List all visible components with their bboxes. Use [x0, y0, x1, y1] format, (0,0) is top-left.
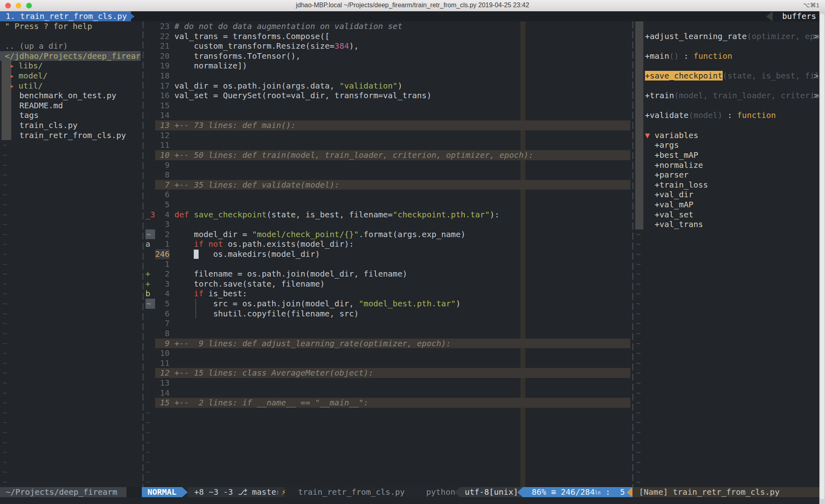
tagbar-blank-row	[635, 21, 819, 31]
folded-region-line[interactable]: 7+-- 35 lines: def validate(model):	[145, 180, 630, 190]
window-separator-right	[632, 21, 633, 487]
code-line[interactable]: 11	[145, 358, 630, 368]
tagbar-variable-item[interactable]: +val_set	[635, 210, 819, 220]
tagbar-variable-item[interactable]: +normalize	[635, 160, 819, 170]
empty-line-tilde: ~	[635, 428, 819, 438]
tagbar-variable-item[interactable]: +val_trans	[635, 219, 819, 229]
code-text	[170, 378, 174, 388]
scroll-percent: 86%	[532, 487, 546, 497]
code-line[interactable]: 8	[145, 328, 630, 339]
code-line[interactable]: 15	[145, 101, 630, 111]
relative-line-number: 2	[155, 229, 170, 240]
git-branch-icon: ⎇	[238, 487, 247, 497]
tagbar-variable-item[interactable]: +best_mAP	[635, 150, 819, 160]
code-line[interactable]: 14	[145, 388, 630, 398]
tagbar-tag-item[interactable]: +train(model, train_loader, criterio>	[635, 91, 819, 101]
code-line-content: 8	[145, 328, 174, 338]
code-line[interactable]: 3	[145, 219, 630, 229]
fold-open-triangle-icon: ▼	[645, 130, 655, 140]
code-line-content: 11	[145, 358, 174, 368]
code-line[interactable]: 10	[145, 348, 630, 358]
syntax-segment: (state, is_best, filename=	[267, 210, 393, 219]
tagbar-blank-row	[635, 101, 819, 111]
code-line[interactable]: 7	[145, 318, 630, 328]
nerdtree-dir-item[interactable]: ▸util/	[0, 81, 141, 91]
terminal-scrollbar[interactable]	[819, 11, 825, 504]
folded-region-line[interactable]: 10+-- 50 lines: def train(model, train_l…	[145, 150, 630, 160]
code-line[interactable]: 22val_trans = transforms.Compose([	[145, 31, 630, 41]
nerdtree-root-path[interactable]: </jdhao/Projects/deep_firear›	[0, 51, 141, 61]
nerdtree-file-item[interactable]: train_cls.py	[0, 120, 141, 130]
tagbar-variable-item[interactable]: +args	[635, 140, 819, 150]
gutter-sign-empty	[145, 259, 155, 269]
code-line[interactable]: 5	[145, 200, 630, 210]
nerdtree-file-item[interactable]: tags	[0, 110, 141, 120]
tagbar-tag-item[interactable]: +save_checkpoint(state, is_best, fil>	[635, 71, 819, 81]
syntax-segment: # do not do data augmentation on validat…	[174, 21, 402, 31]
code-line[interactable]: 6	[145, 190, 630, 200]
code-text	[170, 219, 174, 229]
code-line[interactable]: 8	[145, 170, 630, 180]
folded-region-line[interactable]: 15+-- 2 lines: if __name__ == "__main__"…	[145, 398, 630, 408]
statusline-filename: train_retr_from_cls.py	[298, 487, 405, 497]
code-line[interactable]: a 1 if not os.path.exists(model_dir):	[145, 239, 630, 249]
folded-region-line[interactable]: 12+-- 15 lines: class AverageMeter(objec…	[145, 368, 630, 378]
tagbar-tag-item[interactable]: +main() : function	[635, 51, 819, 61]
code-line[interactable]: 21 custom_transform.Resize(size=384),	[145, 41, 630, 51]
code-line[interactable]: 246 os.makedirs(model_dir)	[145, 249, 630, 259]
empty-line-tilde: ~	[0, 358, 141, 368]
code-line[interactable]: ~ 5 src = os.path.join(model_dir, "model…	[145, 299, 630, 309]
code-line[interactable]: 13	[145, 378, 630, 388]
code-line-content: 13	[145, 378, 174, 388]
code-text: +-- 73 lines: def main():	[170, 120, 296, 130]
code-line[interactable]: 19 normalize])	[145, 61, 630, 71]
nerdtree-file-item[interactable]: benchmark_on_test.py	[0, 91, 141, 101]
nerdtree-dir-item[interactable]: ▸libs/	[0, 61, 141, 71]
code-line[interactable]: 16val_set = QuerySet(root=val_dir, trans…	[145, 91, 630, 101]
code-editor-window[interactable]: 23# do not do data augmentation on valid…	[145, 21, 630, 487]
folded-region-line[interactable]: 9+-- 9 lines: def adjust_learning_rate(o…	[145, 339, 630, 349]
nerdtree-up-a-dir[interactable]: .. (up a dir)	[0, 41, 141, 51]
folded-region-line[interactable]: 13+-- 73 lines: def main():	[145, 120, 630, 130]
code-line[interactable]: 14	[145, 110, 630, 120]
empty-line-tilde: ~	[0, 368, 141, 378]
tab-arrow-separator	[128, 11, 135, 21]
code-line[interactable]: 9	[145, 160, 630, 170]
code-line[interactable]: _3 4def save_checkpoint(state, is_best, …	[145, 210, 630, 220]
empty-line-tilde: ~	[0, 309, 141, 319]
code-line[interactable]: 23# do not do data augmentation on valid…	[145, 21, 630, 31]
code-line-content: 13+-- 73 lines: def main():	[145, 120, 296, 130]
code-line[interactable]: 12	[145, 130, 630, 140]
tagbar-tag-type: function	[737, 110, 776, 120]
code-line[interactable]: + 3 torch.save(state, filename)	[145, 279, 630, 289]
code-line[interactable]: 20 transforms.ToTensor(),	[145, 51, 630, 61]
tagbar-tag-item[interactable]: +validate(model) : function	[635, 110, 819, 120]
scrollbar-thumb[interactable]	[820, 14, 824, 499]
code-line[interactable]: 11	[145, 140, 630, 150]
tagbar-variable-item[interactable]: +val_mAP	[635, 200, 819, 210]
nerdtree-dir-item[interactable]: ▸model/	[0, 71, 141, 81]
gutter-sign: a	[145, 239, 155, 249]
code-line[interactable]: b 4 if is_best:	[145, 289, 630, 299]
code-line[interactable]: + 2 filename = os.path.join(model_dir, f…	[145, 269, 630, 279]
code-line[interactable]: 18	[145, 71, 630, 81]
tagbar-tag-item[interactable]: +adjust_learning_rate(optimizer, epo>	[635, 31, 819, 41]
tagbar-variable-item[interactable]: +train_loss	[635, 180, 819, 190]
nerdtree-file-item[interactable]: README.md	[0, 101, 141, 111]
nerdtree-file-item[interactable]: train_retr_from_cls.py	[0, 130, 141, 140]
code-line-content: b 4 if is_best:	[145, 289, 247, 298]
code-line[interactable]: ~ 2 model_dir = "model/check_point/{}".f…	[145, 229, 630, 240]
encoding-indicator: utf-8[unix]	[460, 487, 523, 497]
buffer-tab[interactable]: 1. train_retr_from_cls.py	[0, 11, 131, 21]
code-line[interactable]: 6 shutil.copyfile(filename, src)	[145, 309, 630, 319]
tagbar-variable-item[interactable]: +val_dir	[635, 190, 819, 200]
tagbar-section-variables[interactable]: ▼variables	[635, 130, 819, 140]
relative-line-number: 5	[155, 299, 170, 309]
empty-line-tilde: ~	[635, 438, 819, 448]
gutter-sign-empty	[145, 398, 155, 408]
code-line[interactable]: 17val_dir = os.path.join(args.data, "val…	[145, 81, 630, 91]
gutter-sign-empty	[145, 348, 155, 358]
tagbar-variable-item[interactable]: +parser	[635, 170, 819, 180]
relative-line-number: 15	[155, 398, 170, 408]
code-line[interactable]: 1	[145, 259, 630, 269]
